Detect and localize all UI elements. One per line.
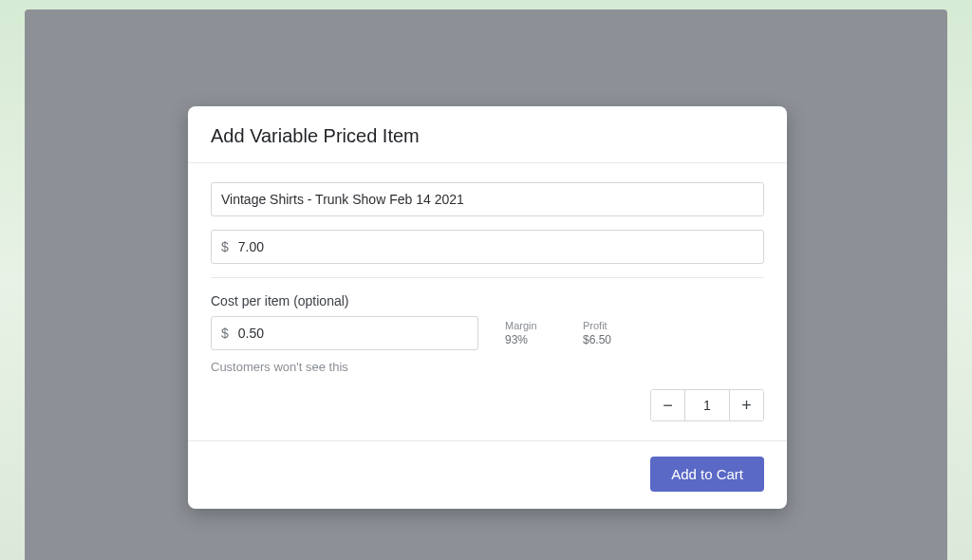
cost-hint: Customers won't see this [211,360,764,374]
margin-label: Margin [505,320,556,331]
margin-value: 93% [505,333,556,346]
section-divider [211,277,764,278]
add-variable-priced-item-modal: Add Variable Priced Item $ Cost per item… [188,106,787,509]
modal-footer: Add to Cart [188,440,787,509]
item-name-row [211,182,764,216]
currency-symbol: $ [212,231,238,263]
quantity-value[interactable]: 1 [685,390,729,420]
currency-symbol: $ [212,317,238,349]
quantity-row: − 1 + [211,389,764,421]
margin-metric: Margin 93% [505,320,556,346]
profit-value: $6.50 [583,333,634,346]
plus-icon: + [741,397,752,414]
profit-label: Profit [583,320,634,331]
price-input[interactable] [238,231,763,263]
modal-header: Add Variable Priced Item [188,106,787,163]
decrement-button[interactable]: − [651,390,685,420]
cost-section-label: Cost per item (optional) [211,293,764,308]
add-to-cart-button[interactable]: Add to Cart [650,457,764,492]
cost-money-wrap: $ [211,316,478,350]
cost-input-wrap: $ [211,316,478,350]
cost-input[interactable] [238,317,477,349]
modal-title: Add Variable Priced Item [211,125,764,147]
item-name-input[interactable] [211,182,764,216]
price-input-wrap: $ [211,230,764,264]
quantity-stepper: − 1 + [650,389,764,421]
profit-metric: Profit $6.50 [583,320,634,346]
price-row: $ [211,230,764,264]
minus-icon: − [663,397,673,414]
modal-body: $ Cost per item (optional) $ Margin 93% … [188,163,787,440]
increment-button[interactable]: + [729,390,763,420]
cost-row: $ Margin 93% Profit $6.50 [211,316,764,350]
